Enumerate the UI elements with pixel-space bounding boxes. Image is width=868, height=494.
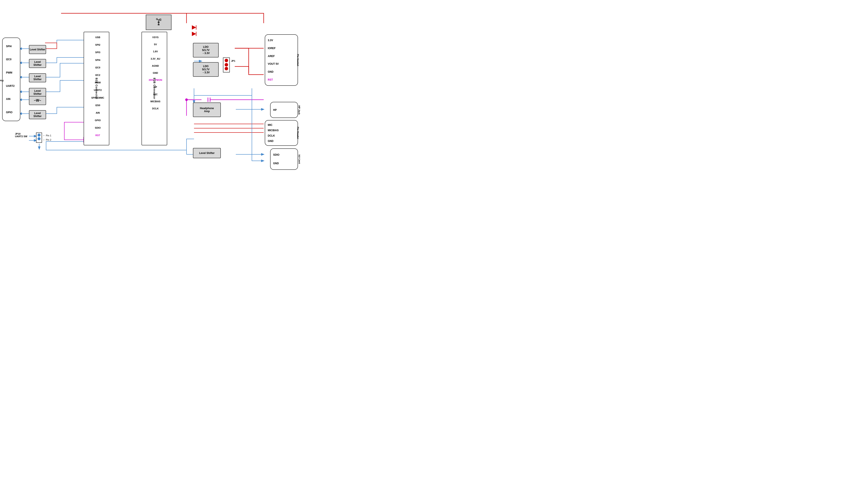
svg-point-20: [158, 21, 159, 23]
svg-marker-15: [192, 25, 196, 30]
hp-signal: HP: [273, 109, 295, 112]
svg-rect-26: [158, 24, 159, 25]
right-gnd-top: GND: [268, 70, 295, 73]
b2br-1v8: 1.8V: [144, 50, 167, 53]
b2b-spi2: SPI2: [86, 43, 109, 46]
ldo-bottom: LDO5/3.7V→3.3V: [193, 62, 219, 77]
usb-icon-block: [146, 15, 172, 30]
b2b-i2c2: I2C2: [86, 74, 109, 77]
pin1-label: ← Pin 1: [43, 134, 51, 137]
ph-gnd: GND: [268, 139, 295, 142]
right-aref: AREF: [268, 55, 295, 58]
level-shifter-pwm: LevelShifter: [29, 73, 46, 82]
sd-gnd: GND: [273, 162, 295, 165]
svg-point-14: [185, 98, 188, 101]
level-shifter-i2c0: LevelShifter: [29, 59, 46, 68]
i2c0-label: I2C0: [6, 58, 17, 61]
level-shifter-uart2: LevelShifter: [29, 88, 46, 97]
jp1-block: [223, 57, 230, 73]
right-ioref: IOREF: [268, 47, 295, 50]
b2b-ain: AIN: [86, 112, 109, 114]
b2b-i2s0: I2S0: [86, 104, 109, 107]
b2b-rst: RST: [86, 134, 109, 137]
b2br-agnd: AGND: [144, 64, 167, 67]
svg-marker-17: [192, 32, 196, 36]
sd-card: SD Card SDIO GND: [270, 148, 298, 170]
svg-point-23: [156, 18, 158, 20]
ain-label: AIN: [6, 98, 17, 100]
jp1-label: JP1: [231, 60, 235, 62]
level-shifter-sdio: Level Shifter: [193, 148, 221, 158]
right-rst: RST: [268, 78, 295, 81]
b2b-spi3: SPI3: [86, 51, 109, 54]
b2b-sdio: SDIO: [86, 127, 109, 129]
right-3v3: 3.3V: [268, 39, 295, 42]
ph-micbias: MICBIAS: [268, 129, 295, 132]
b2br-5v: 5V: [144, 43, 167, 46]
sd-sdio: SDIO: [273, 153, 295, 156]
pin-socket-left: Pin Socket SPI4 I2C0 PWM UART2 AIN GPIO: [2, 38, 20, 121]
pin-socket-right-top: Pin Socket 3.3V IOREF AREF VOUT 5V GND R…: [265, 34, 298, 86]
hp-jack: HP Jack HP: [270, 102, 298, 118]
ph-mic: MIC: [268, 124, 295, 127]
b2b-i2c0: I2C0: [86, 66, 109, 69]
ldo-top: LDO5/3.7V→3.3V: [193, 43, 219, 57]
block-diagram: × × × × ×: [0, 0, 300, 172]
b2b-gpio: GPIO: [86, 119, 109, 122]
b2b-spi4: SPI4: [86, 59, 109, 61]
level-shifter-spi4: Level Shifter: [29, 45, 46, 54]
resistor-ain: ~W~: [29, 96, 46, 105]
jp10-block: [36, 133, 42, 143]
b2br-vsys: VSYS: [144, 36, 167, 39]
pin2-label: ← Pin 2: [43, 138, 51, 141]
level-shifter-gpio: LevelShifter: [29, 110, 46, 119]
b2br-gnd: GND: [144, 72, 167, 74]
headphone-amp: HeadphoneAmp: [193, 102, 221, 117]
ph-dclk: DCLK: [268, 134, 295, 137]
uart2-label: UART2: [6, 84, 17, 88]
pin-socket-left-label: Pin Socket: [0, 79, 3, 82]
b2br-micbias: MICBIAS: [144, 100, 167, 103]
pin-header: Pin Header MIC MICBIAS DCLK GND: [265, 120, 298, 146]
jp10-label: JP10 UART2 SW: [15, 133, 27, 138]
gpio-label: GPIO: [6, 111, 17, 114]
b2br-3v3au: 3.3V_AU: [144, 57, 167, 60]
spi4-label: SPI4: [6, 45, 17, 48]
b2b-connector-left: B2B Connector USB SPI2 SPI3 SPI4 I2C0 I2…: [83, 32, 109, 145]
b2b-usb: USB: [86, 36, 109, 39]
b2b-connector-right: B2B Connector VSYS 5V 1.8V 3.3V_AU AGND …: [141, 32, 167, 145]
right-vout5v: VOUT 5V: [268, 62, 295, 65]
b2br-dclk: DCLK: [144, 107, 167, 110]
pwm-label: PWM: [6, 71, 17, 74]
